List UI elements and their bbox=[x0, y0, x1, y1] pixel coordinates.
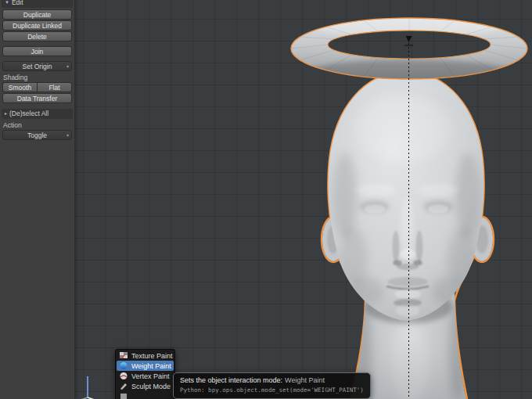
edit-panel-header[interactable]: ▼Edit bbox=[2, 0, 73, 8]
deselect-all-title: (De)select All bbox=[9, 110, 49, 117]
sculpt-mode-icon bbox=[119, 382, 128, 390]
set-origin-label: Set Origin bbox=[23, 63, 52, 70]
tooltip-text: Sets the object interaction mode:Weight … bbox=[180, 376, 364, 384]
set-origin-button[interactable]: Set Origin ▾ bbox=[2, 61, 72, 71]
join-button[interactable]: Join bbox=[2, 46, 72, 56]
duplicate-button[interactable]: Duplicate bbox=[2, 9, 72, 20]
tooltip-description: Sets the object interaction mode: bbox=[180, 376, 282, 384]
smooth-button[interactable]: Smooth bbox=[2, 82, 37, 92]
toggle-button[interactable]: Toggle ▾ bbox=[2, 130, 72, 140]
menu-item-weight-paint[interactable]: Weight Paint bbox=[117, 361, 174, 371]
edit-panel-title: Edit bbox=[12, 0, 23, 6]
weight-paint-icon bbox=[119, 361, 128, 370]
viewport-scene bbox=[0, 0, 532, 399]
head-mesh[interactable] bbox=[322, 72, 494, 399]
mode-icon bbox=[119, 392, 128, 399]
mode-select-menu: Texture Paint Weight Paint Vertex Paint … bbox=[115, 349, 175, 399]
dropdown-arrow-icon: ▾ bbox=[66, 131, 69, 140]
tooltip: Sets the object interaction mode:Weight … bbox=[173, 372, 371, 399]
tooltip-value: Weight Paint bbox=[285, 376, 325, 384]
deselect-all-panel-header[interactable]: ▸(De)select All bbox=[2, 109, 73, 119]
shading-label: Shading bbox=[0, 74, 74, 81]
texture-paint-icon bbox=[119, 351, 128, 360]
action-label: Action bbox=[0, 121, 74, 129]
toggle-label: Toggle bbox=[27, 131, 47, 139]
panel-collapsed-icon: ▸ bbox=[5, 109, 7, 119]
tooltip-python: Python: bpy.ops.object.mode_set(mode='WE… bbox=[180, 386, 364, 394]
menu-item-sculpt-mode[interactable]: Sculpt Mode bbox=[117, 381, 174, 391]
axis-gizmo bbox=[79, 376, 97, 399]
blender-window: ▼Edit Duplicate Duplicate Linked Delete … bbox=[0, 0, 532, 399]
tool-shelf: ▼Edit Duplicate Duplicate Linked Delete … bbox=[0, 0, 75, 399]
flat-button[interactable]: Flat bbox=[37, 82, 72, 92]
vertex-paint-icon bbox=[119, 372, 128, 380]
menu-item-vertex-paint[interactable]: Vertex Paint bbox=[117, 371, 174, 381]
delete-button[interactable]: Delete bbox=[2, 31, 72, 41]
panel-expanded-icon: ▼ bbox=[5, 0, 9, 8]
menu-item-partial[interactable] bbox=[117, 391, 174, 399]
dropdown-arrow-icon: ▾ bbox=[66, 62, 69, 71]
menu-item-texture-paint[interactable]: Texture Paint bbox=[117, 350, 174, 361]
duplicate-linked-button[interactable]: Duplicate Linked bbox=[2, 20, 72, 31]
data-transfer-button[interactable]: Data Transfer bbox=[2, 93, 72, 103]
